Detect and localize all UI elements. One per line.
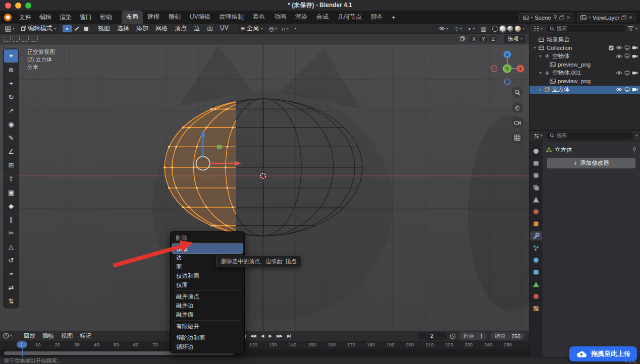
active-tool-properties-tab[interactable] — [530, 147, 542, 156]
playhead-line[interactable] — [22, 341, 23, 357]
current-frame-field[interactable]: 2 — [417, 332, 447, 340]
outliner-row[interactable]: ▾空物体 — [529, 52, 640, 60]
scene-selector[interactable]: ▾ Scene ✕ — [519, 13, 574, 22]
workspace-tab-scripting[interactable]: 脚本 — [366, 11, 388, 24]
particles-properties-tab[interactable] — [530, 244, 542, 253]
mode-dropdown[interactable]: 编辑模式 ▾ — [18, 24, 60, 33]
eye-toggle[interactable] — [616, 71, 622, 75]
camera-toggle[interactable] — [632, 45, 638, 50]
3d-viewport[interactable]: 正交前视图 (2) 立方体 分米 ⌖⊕+↻↗◉✎∠⊞⇧▣◆∥✂△↺≈⇄⇅ Z X… — [0, 44, 529, 331]
workspace-tab-animation[interactable]: 动画 — [270, 11, 291, 24]
texture-properties-tab[interactable] — [530, 304, 542, 313]
new-viewlayer-button[interactable] — [621, 15, 626, 20]
jump-to-end-button[interactable]: ▶| — [286, 332, 292, 339]
chevron-down-icon[interactable]: ▾ — [635, 27, 637, 31]
viewport-menu-edge[interactable]: 边 — [190, 24, 203, 33]
context-menu-item[interactable]: 融并顶点 — [172, 292, 243, 301]
viewport-menu-face[interactable]: 面 — [203, 24, 217, 33]
snap-toggle-button[interactable]: ∩▾ — [280, 25, 290, 33]
gizmos-dropdown[interactable]: ⊹▾ — [453, 25, 464, 33]
outliner-row[interactable]: ▾Collection — [529, 44, 640, 52]
timeline-editor-type-button[interactable]: ▾ — [3, 333, 12, 339]
workspace-tab-shading[interactable]: 着色 — [248, 11, 270, 24]
timeline-menu-markers[interactable]: 标记 — [76, 332, 95, 340]
menu-help[interactable]: 帮助 — [96, 12, 116, 23]
workspace-tab-layout[interactable]: 布局 — [122, 11, 143, 24]
properties-search-input[interactable]: 搜索 — [546, 132, 634, 140]
overlays-dropdown[interactable]: ◐▾ — [466, 25, 476, 33]
eye-toggle[interactable] — [616, 45, 622, 50]
proportional-edit-button[interactable]: ◔ — [292, 25, 298, 33]
select-new-mode-button[interactable] — [4, 36, 11, 42]
physics-properties-tab[interactable] — [530, 256, 542, 265]
checkbox-toggle[interactable] — [609, 45, 614, 50]
poly-build-tool-button[interactable]: △ — [4, 240, 18, 253]
rendered-shading-button[interactable] — [515, 26, 521, 32]
viewport-menu-view[interactable]: 视图 — [94, 24, 114, 33]
object-data-properties-tab[interactable] — [530, 280, 542, 289]
mirror-axis-y-toggle[interactable]: Y — [479, 35, 488, 42]
play-button[interactable]: ▶ — [267, 332, 273, 339]
viewport-menu-mesh[interactable]: 网格 — [152, 24, 171, 33]
workspace-tab-sculpting[interactable]: 雕刻 — [164, 11, 185, 24]
disclosure-arrow[interactable]: ▾ — [532, 45, 538, 50]
outliner-row[interactable]: preview_png — [529, 60, 640, 69]
screen-toggle[interactable] — [624, 45, 630, 50]
context-menu-item[interactable]: 融并边 — [172, 301, 243, 310]
pin-id-icon[interactable] — [632, 147, 636, 153]
start-frame-field[interactable]: 起始1 — [459, 332, 488, 340]
object-properties-tab[interactable] — [530, 219, 542, 228]
context-menu-item[interactable]: 仅边和面 — [172, 271, 243, 280]
context-menu-item[interactable]: 融并面 — [172, 310, 243, 319]
wireframe-shading-button[interactable] — [492, 26, 498, 32]
scale-tool-button[interactable]: ↗ — [4, 104, 18, 117]
loop-cut-tool-button[interactable]: ∥ — [4, 213, 18, 226]
chevron-down-icon[interactable]: ▾ — [635, 134, 637, 138]
pan-hand-icon[interactable] — [512, 102, 523, 113]
transform-tool-button[interactable]: ◉ — [4, 117, 18, 131]
new-scene-button[interactable] — [559, 15, 564, 20]
screen-toggle[interactable] — [624, 71, 630, 76]
blender-logo-icon[interactable] — [4, 14, 12, 21]
add-modifier-button[interactable]: + 添加修改器 — [547, 158, 635, 168]
timeline-menu-playback[interactable]: 回放 — [20, 332, 39, 340]
cursor-tool-button[interactable]: ⊕ — [4, 63, 18, 76]
camera-view-icon[interactable] — [512, 117, 523, 128]
properties-editor-type-button[interactable]: ▾ — [532, 133, 544, 139]
bevel-tool-button[interactable]: ◆ — [4, 199, 18, 212]
solid-shading-button[interactable] — [500, 26, 506, 32]
workspace-tab-rendering[interactable]: 渲染 — [291, 11, 312, 24]
disclosure-arrow[interactable]: ▾ — [538, 71, 543, 75]
context-menu-item[interactable]: 塌陷边和面 — [172, 333, 243, 342]
drag-upload-button[interactable]: 拖拽至此上传 — [569, 346, 637, 361]
scene-properties-tab[interactable] — [530, 195, 542, 204]
move-tool-button[interactable]: + — [4, 77, 18, 90]
measure-tool-button[interactable]: ∠ — [4, 145, 18, 158]
outliner-row[interactable]: preview_png — [529, 77, 640, 86]
spin-tool-button[interactable]: ↺ — [4, 254, 18, 267]
workspace-tab-uv-editing[interactable]: UV编辑 — [185, 11, 215, 24]
timeline-menu-keying[interactable]: 插帧 — [39, 332, 58, 340]
select-intersect-mode-button[interactable] — [31, 36, 38, 42]
play-reverse-button[interactable]: ◀ — [259, 332, 265, 339]
constraints-properties-tab[interactable] — [530, 268, 542, 277]
context-menu-item[interactable]: 有限融并 — [172, 322, 243, 331]
outliner-row[interactable]: ▸立方体 — [529, 86, 640, 94]
view-layer-properties-tab[interactable] — [530, 183, 542, 192]
viewport-menu-select[interactable]: 选择 — [114, 24, 133, 33]
edge-slide-tool-button[interactable]: ⇄ — [4, 281, 18, 294]
workspace-tab-texture-paint[interactable]: 纹理绘制 — [215, 11, 248, 24]
face-select-toggle[interactable] — [82, 25, 91, 32]
close-window-button[interactable] — [5, 3, 11, 9]
outliner-row[interactable]: ▾空物体.001 — [529, 69, 640, 77]
material-preview-button[interactable] — [507, 26, 513, 32]
filter-funnel-icon[interactable] — [628, 26, 633, 31]
disclosure-arrow[interactable]: ▸ — [538, 87, 543, 92]
edge-select-toggle[interactable] — [72, 25, 81, 32]
material-properties-tab[interactable] — [530, 292, 542, 301]
context-menu-item[interactable]: 循环边 — [172, 342, 243, 351]
viewlayer-selector[interactable]: ▾ ViewLayer ✕ — [577, 13, 636, 22]
visibility-dropdown[interactable]: ▾ — [437, 26, 450, 31]
knife-tool-button[interactable]: ✂ — [4, 226, 18, 239]
screen-toggle[interactable] — [624, 87, 630, 92]
